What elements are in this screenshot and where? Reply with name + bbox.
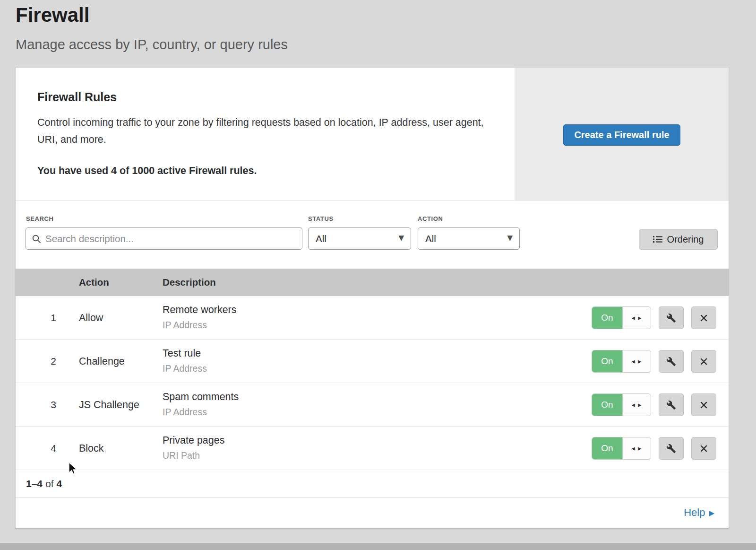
edit-rule-button[interactable] <box>659 437 684 460</box>
table-header: Action Description <box>16 269 729 296</box>
chevron-down-icon: ▾ <box>398 232 404 243</box>
rule-action: Allow <box>79 296 103 340</box>
table-row: 4 Block Private pages URI Path On ◂ ▸ <box>16 427 729 470</box>
wrench-icon <box>666 444 676 454</box>
edit-rule-button[interactable] <box>659 393 684 416</box>
toggle-on-label: On <box>592 437 622 459</box>
column-header-description: Description <box>163 269 216 296</box>
toggle-on-label: On <box>592 394 622 416</box>
toggle-arrows-icon: ◂ ▸ <box>622 394 651 416</box>
pagination-range: 1–4 <box>26 478 43 489</box>
search-label: SEARCH <box>26 215 54 222</box>
rule-enabled-toggle[interactable]: On ◂ ▸ <box>592 393 651 416</box>
table-row: 2 Challenge Test rule IP Address On ◂ ▸ <box>16 340 729 383</box>
action-selected-value: All <box>425 233 436 244</box>
rule-enabled-toggle[interactable]: On ◂ ▸ <box>592 437 651 460</box>
chevron-down-icon: ▾ <box>507 232 513 243</box>
rule-action: Block <box>79 427 104 470</box>
rule-action: JS Challenge <box>79 383 139 427</box>
close-icon <box>699 444 708 453</box>
toggle-on-label: On <box>592 307 622 329</box>
delete-rule-button[interactable] <box>691 437 716 460</box>
edit-rule-button[interactable] <box>659 350 684 373</box>
search-box <box>26 227 302 250</box>
close-icon <box>699 357 708 366</box>
rule-match-field: IP Address <box>163 320 207 331</box>
status-label: STATUS <box>308 215 334 222</box>
table-row: 1 Allow Remote workers IP Address On ◂ ▸ <box>16 296 729 340</box>
table-row: 3 JS Challenge Spam comments IP Address … <box>16 383 729 427</box>
rule-priority: 2 <box>44 340 63 383</box>
status-selected-value: All <box>316 233 326 244</box>
close-icon <box>699 401 708 410</box>
pagination-of: of <box>45 478 54 489</box>
rule-priority: 3 <box>44 383 63 427</box>
firewall-rules-intro: Create a Firewall rule Firewall Rules Co… <box>16 68 729 201</box>
toggle-arrows-icon: ◂ ▸ <box>622 307 651 329</box>
create-rule-panel: Create a Firewall rule <box>515 68 729 201</box>
help-arrow-icon: ▶ <box>709 509 714 517</box>
page-subtitle: Manage access by IP, country, or query r… <box>16 37 288 52</box>
action-select[interactable]: All ▾ <box>418 227 520 250</box>
toggle-arrows-icon: ◂ ▸ <box>622 350 651 372</box>
window-bottom-edge <box>0 543 756 550</box>
ordering-button-label: Ordering <box>667 234 704 245</box>
rule-description: Test rule <box>163 348 201 359</box>
rule-priority: 1 <box>44 296 63 340</box>
delete-rule-button[interactable] <box>691 393 716 416</box>
rule-match-field: IP Address <box>163 363 207 374</box>
wrench-icon <box>666 400 676 410</box>
rule-enabled-toggle[interactable]: On ◂ ▸ <box>592 306 651 329</box>
rule-action: Challenge <box>79 340 125 383</box>
column-header-action: Action <box>79 269 109 296</box>
delete-rule-button[interactable] <box>691 306 716 329</box>
wrench-icon <box>666 313 676 323</box>
delete-rule-button[interactable] <box>691 350 716 373</box>
card-description: Control incoming traffic to your zone by… <box>37 114 486 148</box>
help-link-label: Help <box>684 506 705 519</box>
pagination-total: 4 <box>57 478 62 489</box>
help-link[interactable]: Help ▶ <box>684 506 714 519</box>
pagination: 1–4 of 4 <box>16 470 729 498</box>
rule-description: Private pages <box>163 435 224 446</box>
rule-description: Remote workers <box>163 304 237 316</box>
rule-priority: 4 <box>44 427 63 470</box>
ordering-button[interactable]: Ordering <box>639 229 718 250</box>
action-label: ACTION <box>418 215 443 222</box>
ordering-list-icon <box>653 236 662 243</box>
status-select[interactable]: All ▾ <box>308 227 411 250</box>
toggle-on-label: On <box>592 350 622 372</box>
page-title: Firewall <box>16 4 89 26</box>
edit-rule-button[interactable] <box>659 306 684 329</box>
rule-match-field: IP Address <box>163 407 207 418</box>
close-icon <box>699 314 708 323</box>
search-icon <box>32 234 41 244</box>
rule-description: Spam comments <box>163 391 239 403</box>
card-footer: Help ▶ <box>16 498 729 528</box>
wrench-icon <box>666 357 676 367</box>
rule-enabled-toggle[interactable]: On ◂ ▸ <box>592 350 651 373</box>
toggle-arrows-icon: ◂ ▸ <box>622 437 651 459</box>
create-firewall-rule-button[interactable]: Create a Firewall rule <box>563 124 680 146</box>
firewall-card: Create a Firewall rule Firewall Rules Co… <box>16 68 729 528</box>
rules-usage-text: You have used 4 of 1000 active Firewall … <box>37 165 257 177</box>
rules-table: Action Description 1 Allow Remote worker… <box>16 269 729 528</box>
rule-match-field: URI Path <box>163 450 200 461</box>
search-input[interactable] <box>45 233 302 244</box>
card-heading: Firewall Rules <box>37 90 117 104</box>
